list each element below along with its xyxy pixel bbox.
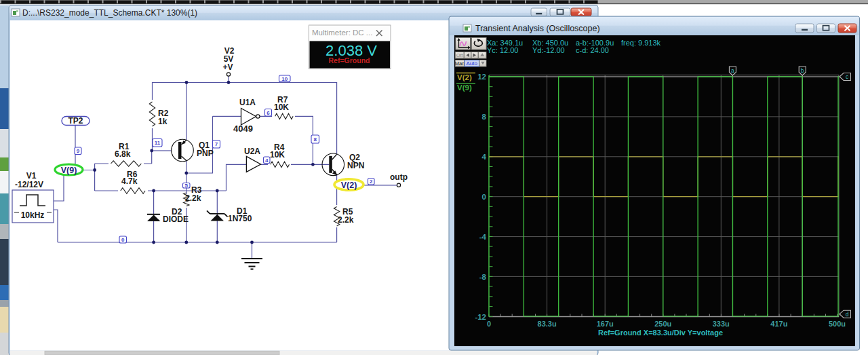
svg-text:7: 7 (215, 141, 218, 147)
svg-text:4: 4 (482, 153, 487, 161)
svg-text:2.2k: 2.2k (338, 215, 354, 225)
svg-text:Multimeter: DC ...: Multimeter: DC ... (312, 29, 372, 37)
svg-text:4: 4 (265, 157, 269, 164)
svg-text:Ref=Ground X=83.3u/Div Y=volt: Ref=Ground X=83.3u/Div Y=voltage (598, 329, 723, 337)
svg-text:167u: 167u (597, 320, 614, 328)
svg-text:Man: Man (455, 60, 465, 67)
svg-text:83.3u: 83.3u (538, 320, 557, 328)
svg-text:-12/12V: -12/12V (15, 180, 43, 189)
svg-text:PNP: PNP (197, 149, 214, 158)
svg-text:333u: 333u (713, 320, 730, 328)
svg-text:V(9): V(9) (61, 166, 77, 175)
svg-text:-12: -12 (475, 313, 486, 321)
svg-text:1N750: 1N750 (228, 214, 252, 223)
svg-text:8: 8 (314, 136, 317, 143)
svg-text:0: 0 (121, 237, 125, 243)
svg-text:D:...\RS232_mode_TTL_Schema.CK: D:...\RS232_mode_TTL_Schema.CKT* 130%(1) (22, 8, 197, 18)
svg-text:DIODE: DIODE (163, 214, 189, 224)
svg-text:b: b (801, 67, 804, 74)
svg-text:12: 12 (477, 73, 486, 81)
svg-text:U1A: U1A (239, 98, 256, 107)
svg-text:U2A: U2A (244, 147, 260, 156)
svg-text:0: 0 (487, 320, 491, 328)
svg-text:Yd:-12.00: Yd:-12.00 (532, 46, 565, 54)
svg-text:10K: 10K (270, 150, 285, 160)
svg-text:V(9): V(9) (457, 83, 472, 92)
svg-text:freq: 9.913k: freq: 9.913k (621, 39, 661, 47)
svg-text:Xb: 450.0u: Xb: 450.0u (532, 39, 568, 47)
svg-text:11: 11 (155, 140, 161, 146)
svg-text:2.2k: 2.2k (185, 193, 201, 203)
svg-text:Yc: 12.00: Yc: 12.00 (487, 46, 518, 54)
svg-text:10K: 10K (274, 102, 289, 112)
svg-text:Transient Analysis (Oscillosco: Transient Analysis (Oscilloscope) (475, 24, 600, 33)
svg-text:TP2: TP2 (68, 116, 83, 126)
svg-text:Off: Off (456, 52, 464, 58)
svg-text:NPN: NPN (347, 161, 364, 170)
svg-text:+V: +V (222, 62, 233, 72)
svg-text:c-d: 24.00: c-d: 24.00 (576, 46, 609, 54)
svg-text:0: 0 (482, 193, 486, 201)
svg-text:-8: -8 (479, 273, 487, 281)
svg-text:V1: V1 (26, 171, 37, 181)
svg-text:4049: 4049 (233, 124, 253, 134)
svg-text:500u: 500u (829, 320, 846, 328)
svg-text:4.7k: 4.7k (121, 176, 138, 186)
svg-text:d: d (846, 311, 849, 318)
svg-text:Auto: Auto (466, 60, 477, 67)
svg-text:V(2): V(2) (341, 181, 357, 190)
svg-text:6: 6 (267, 110, 270, 116)
svg-text:a: a (731, 67, 734, 74)
svg-text:2: 2 (370, 179, 373, 185)
svg-text:6.8k: 6.8k (115, 149, 131, 159)
svg-text:Ref=Ground: Ref=Ground (329, 56, 370, 64)
svg-text:1k: 1k (158, 117, 167, 126)
svg-text:Xa: 349.1u: Xa: 349.1u (487, 39, 523, 47)
svg-text:8: 8 (482, 113, 487, 121)
svg-text:V(2): V(2) (457, 73, 472, 81)
svg-text:417u: 417u (770, 320, 787, 328)
svg-text:10kHz: 10kHz (21, 210, 45, 220)
svg-text:9: 9 (77, 148, 80, 154)
svg-text:5: 5 (185, 183, 189, 189)
svg-text:-4: -4 (479, 233, 487, 241)
svg-text:outp: outp (390, 172, 408, 182)
svg-text:10: 10 (281, 76, 288, 82)
svg-text:a-b:-100.9u: a-b:-100.9u (576, 39, 614, 47)
svg-text:250u: 250u (654, 320, 671, 328)
